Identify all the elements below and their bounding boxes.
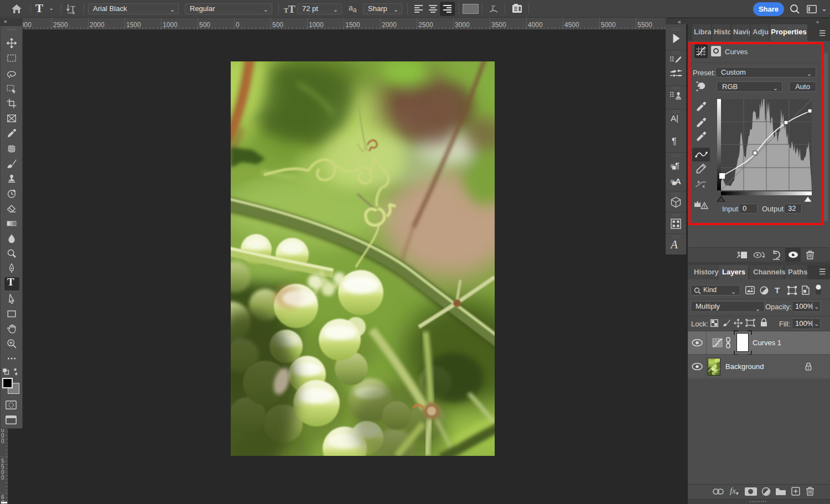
svg-text:A: A (675, 176, 681, 186)
